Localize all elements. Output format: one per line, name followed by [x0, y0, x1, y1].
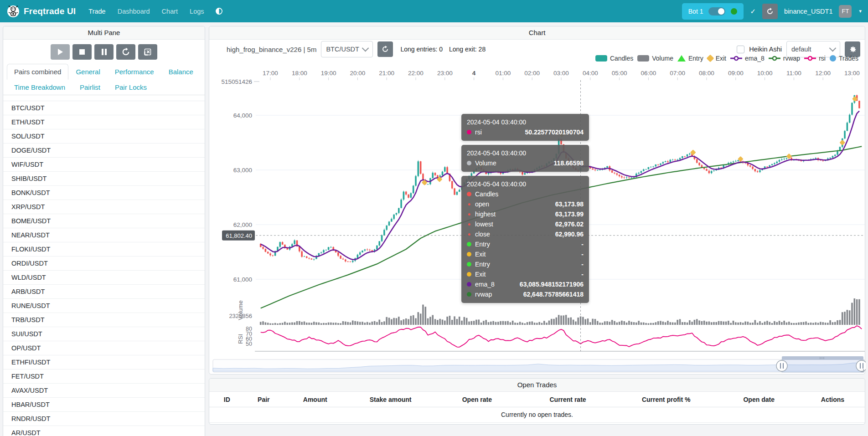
- column-header-actions: Actions: [801, 392, 865, 407]
- legend-item-trades[interactable]: Trades: [830, 55, 858, 62]
- pair-row-doge-usdt[interactable]: DOGE/USDT: [3, 144, 205, 158]
- legend-label: Trades: [839, 55, 858, 62]
- svg-text:22:00: 22:00: [408, 70, 424, 77]
- legend-item-rvwap[interactable]: rvwap: [769, 55, 800, 62]
- datazoom-left-handle[interactable]: [776, 360, 787, 371]
- svg-text:19:00: 19:00: [321, 70, 336, 77]
- nav-link-logs[interactable]: Logs: [190, 8, 204, 15]
- navbar: Freqtrade UI TradeDashboardChartLogs Bot…: [0, 0, 868, 22]
- legend-item-candles[interactable]: Candles: [595, 55, 633, 62]
- legend-item-exit[interactable]: Exit: [708, 55, 726, 62]
- ema-8-legend-icon: [730, 55, 742, 62]
- pair-row-xrp-usdt[interactable]: XRP/USDT: [3, 200, 205, 214]
- pair-row-avax-usdt[interactable]: AVAX/USDT: [3, 384, 205, 398]
- tab-balance[interactable]: Balance: [161, 64, 201, 80]
- column-header-open-rate: Open rate: [434, 392, 521, 407]
- svg-text:03:00: 03:00: [553, 70, 569, 77]
- tab-performance[interactable]: Performance: [108, 64, 161, 80]
- pair-row-btc-usdt[interactable]: BTC/USDT: [3, 101, 205, 115]
- pause-button[interactable]: [94, 44, 114, 60]
- pair-row-sui-usdt[interactable]: SUI/USDT: [3, 327, 205, 341]
- pair-row-ordi-usdt[interactable]: ORDI/USDT: [3, 256, 205, 271]
- heikin-ashi-label: Heikin Ashi: [749, 46, 782, 53]
- bot-label: Bot 1: [688, 8, 703, 15]
- datazoom-right-handle[interactable]: [856, 360, 866, 371]
- tab-time-breakdown[interactable]: Time Breakdown: [7, 79, 72, 95]
- nav-link-chart[interactable]: Chart: [162, 8, 178, 15]
- pair-row-floki-usdt[interactable]: FLOKI/USDT: [3, 242, 205, 256]
- stop-button[interactable]: [72, 44, 92, 60]
- tab-pair-locks[interactable]: Pair Locks: [108, 79, 154, 95]
- datazoom-selected-window: [782, 359, 863, 372]
- pair-row-near-usdt[interactable]: NEAR/USDT: [3, 228, 205, 242]
- svg-text:17:00: 17:00: [263, 70, 278, 77]
- pair-row-bome-usdt[interactable]: BOME/USDT: [3, 214, 205, 228]
- legend-item-ema-8[interactable]: ema_8: [730, 55, 765, 62]
- play-button[interactable]: [51, 44, 70, 60]
- chart-canvas[interactable]: 51505142664,00063,00062,00061,0002325856…: [209, 67, 866, 375]
- legend-item-rsi[interactable]: rsi: [804, 55, 826, 62]
- svg-text:13:00: 13:00: [844, 70, 860, 77]
- open-trades-title: Open Trades: [209, 379, 865, 392]
- chart-refresh-button[interactable]: [377, 41, 393, 57]
- chevron-down-icon: [362, 44, 369, 51]
- pair-row-rune-usdt[interactable]: RUNE/USDT: [3, 299, 205, 313]
- crosshair-price-badge: 61,802.40: [226, 232, 252, 239]
- pair-row-sol-usdt[interactable]: SOL/USDT: [3, 129, 205, 144]
- svg-text:07:00: 07:00: [670, 70, 685, 77]
- avatar-caret-icon[interactable]: ▾: [859, 8, 862, 14]
- pair-row-wld-usdt[interactable]: WLD/USDT: [3, 271, 205, 285]
- pair-row-bonk-usdt[interactable]: BONK/USDT: [3, 186, 205, 200]
- multi-pane-tabs: Pairs combinedGeneralPerformanceBalanceT…: [3, 64, 205, 95]
- freqtrade-robot-logo-icon: [6, 5, 20, 18]
- nav-link-trade[interactable]: Trade: [88, 8, 105, 15]
- avatar[interactable]: FT: [839, 5, 852, 18]
- bot-selector[interactable]: Bot 1: [682, 3, 744, 20]
- pair-row-ethfi-usdt[interactable]: ETHFI/USDT: [3, 355, 205, 369]
- tab-pairs-combined[interactable]: Pairs combined: [7, 64, 68, 80]
- legend-item-volume[interactable]: Volume: [637, 55, 673, 62]
- datazoom-move-handle[interactable]: [782, 356, 863, 360]
- tab-pairlist[interactable]: Pairlist: [72, 79, 108, 95]
- tab-general[interactable]: General: [68, 64, 107, 80]
- column-header-id: ID: [209, 392, 245, 407]
- column-header-current-rate: Current rate: [521, 392, 615, 407]
- trade-counts: Long entries: 0 Long exit: 28: [400, 46, 486, 53]
- volume-legend-icon: [637, 55, 649, 62]
- pair-row-eth-usdt[interactable]: ETH/USDT: [3, 115, 205, 129]
- column-header-amount: Amount: [283, 392, 347, 407]
- theme-toggle-icon[interactable]: [215, 7, 223, 15]
- pair-row-arb-usdt[interactable]: ARB/USDT: [3, 285, 205, 299]
- pair-select[interactable]: BTC/USDT: [321, 41, 373, 57]
- legend-item-entry[interactable]: Entry: [677, 55, 703, 62]
- brand[interactable]: Freqtrade UI: [6, 5, 76, 18]
- svg-text:50: 50: [246, 341, 252, 347]
- pair-row-fet-usdt[interactable]: FET/USDT: [3, 369, 205, 384]
- nav-link-dashboard[interactable]: Dashboard: [118, 8, 150, 15]
- column-header-pair: Pair: [245, 392, 283, 407]
- svg-text:62,000: 62,000: [233, 221, 252, 228]
- svg-text:Volume: Volume: [237, 300, 244, 320]
- reload-icon: [122, 48, 130, 56]
- forget-chart-button[interactable]: [138, 44, 157, 60]
- svg-text:06:00: 06:00: [641, 70, 656, 77]
- pair-row-hbar-usdt[interactable]: HBAR/USDT: [3, 398, 205, 412]
- multi-pane-title: Multi Pane: [3, 26, 205, 40]
- long-exit-count: Long exit: 28: [449, 46, 486, 53]
- bot-toggle[interactable]: [708, 7, 725, 15]
- reload-button[interactable]: [116, 44, 135, 60]
- login-check-icon: ✓: [750, 7, 756, 15]
- pair-row-rndr-usdt[interactable]: RNDR/USDT: [3, 412, 205, 426]
- pair-row-trb-usdt[interactable]: TRB/USDT: [3, 313, 205, 327]
- pair-row-wif-usdt[interactable]: WIF/USDT: [3, 158, 205, 172]
- candles-legend-icon: [595, 55, 607, 62]
- heikin-ashi-checkbox[interactable]: [737, 46, 744, 53]
- long-entries-count: Long entries: 0: [400, 46, 443, 53]
- bot-refresh-button[interactable]: [762, 4, 778, 19]
- pair-row-op-usdt[interactable]: OP/USDT: [3, 341, 205, 355]
- svg-text:64,000: 64,000: [233, 112, 252, 119]
- pair-row-shib-usdt[interactable]: SHIB/USDT: [3, 172, 205, 186]
- legend-label: Candles: [610, 55, 633, 62]
- pair-row-ar-usdt[interactable]: AR/USDT: [3, 426, 205, 436]
- rsi-legend-icon: [804, 55, 816, 62]
